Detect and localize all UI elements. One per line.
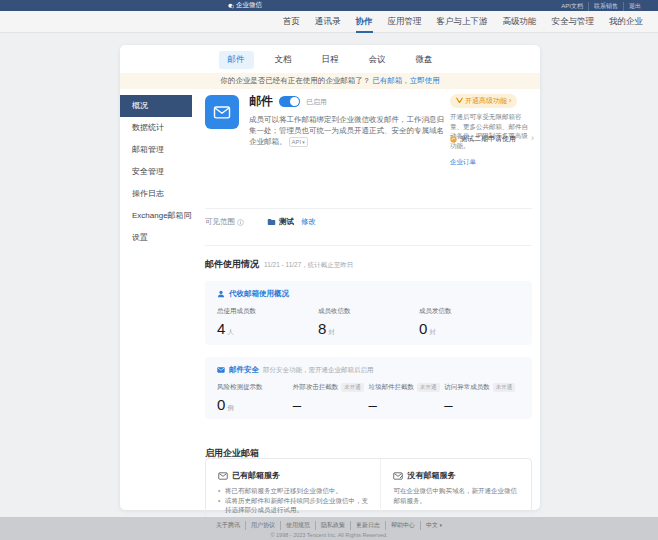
no-service-desc: 可在企业微信中购买域名，新开通企业微信邮箱服务。 [393, 486, 519, 505]
contact-sales-link[interactable]: 联系销售 [588, 2, 623, 11]
edit-visible-range-link[interactable]: 修改 [301, 217, 316, 227]
main-panel: 邮件 已启用 成员可以将工作邮箱绑定到企业微信收发邮件，工作消息归集一处；管理员… [205, 93, 532, 157]
beta-badge-icon [450, 136, 457, 143]
language-selector[interactable]: 中文 [420, 521, 447, 530]
beta-apply-link[interactable]: 测试二期申请使用 [450, 134, 516, 144]
nav-item-my-company[interactable]: 我的企业 [609, 11, 643, 33]
visible-range-row: 可见范围 测试 修改 [205, 217, 316, 227]
nav-item-collaboration[interactable]: 协作 [356, 11, 373, 33]
tab-docs[interactable]: 文档 [266, 51, 301, 69]
chevron-right-icon[interactable]: › [531, 133, 534, 143]
nav-item-security[interactable]: 安全与管理 [552, 11, 595, 33]
mail-security-header: 邮件安全 [229, 365, 259, 375]
collab-tabs: 邮件 文档 日程 会议 微盘 [120, 51, 540, 69]
info-icon[interactable] [237, 219, 244, 226]
content-card: 邮件 文档 日程 会议 微盘 你的企业是否已经有正在使用的企业邮箱了？ 已有邮箱… [120, 45, 540, 510]
enterprise-order-link[interactable]: 企业订单 [450, 158, 476, 165]
nav-item-customers[interactable]: 客户与上下游 [437, 11, 488, 33]
sidebar-item-statistics[interactable]: 数据统计 [120, 117, 192, 139]
mail-header: 邮件 已启用 成员可以将工作邮箱绑定到企业微信收发邮件，工作消息归集一处；管理员… [205, 93, 532, 157]
copyright-text: © 1998 - 2023 Tencent Inc. All Rights Re… [0, 532, 658, 538]
not-activated-badge: 未开通 [493, 383, 516, 392]
divider [205, 208, 532, 209]
premium-promo: 开通高级功能 开通后可享受无限邮箱容量、更多公共邮箱、邮件自动备份、IP限制等多… [450, 90, 532, 168]
premium-promo-desc: 开通后可享受无限邮箱容量、更多公共邮箱、邮件自动备份、IP限制等多项高级功能。 [450, 112, 532, 150]
notice-text: 你的企业是否已经有正在使用的企业邮箱了？ [220, 76, 370, 85]
mail-security-icon [217, 366, 225, 374]
footer-changelog-link[interactable]: 更新日志 [350, 521, 385, 530]
use-existing-mailbox-link[interactable]: 已有邮箱，立即使用 [372, 76, 440, 85]
tab-drive[interactable]: 微盘 [407, 51, 442, 69]
not-activated-badge: 未开通 [341, 383, 364, 392]
mailbox-usage-panel: 代收邮箱使用概况 总使用成员数 4人 成员收信数 8封 成员发信数 0封 [205, 281, 532, 345]
tab-meeting[interactable]: 会议 [360, 51, 395, 69]
page-title: 邮件 [249, 93, 273, 110]
stat-risk-alerts: 风险检测提示数 0例 [217, 383, 293, 413]
wechat-work-logo-icon [228, 3, 234, 9]
mail-app-icon [205, 95, 239, 129]
stat-total-members: 总使用成员数 4人 [217, 307, 318, 337]
sidebar-item-overview[interactable]: 概况 [120, 95, 192, 117]
mail-enabled-toggle[interactable] [279, 96, 300, 107]
footer-help-link[interactable]: 帮助中心 [385, 521, 420, 530]
main-nav: 首页 通讯录 协作 应用管理 客户与上下游 高级功能 安全与管理 我的企业 [0, 11, 658, 33]
nav-item-contacts[interactable]: 通讯录 [315, 11, 341, 33]
brand-logo[interactable]: 企业微信 [228, 1, 262, 10]
has-service-bullet: 或将历史邮件和新邮件持续同步到企业微信中，支持选择部分成员进行试用。 [218, 496, 368, 515]
notice-bar: 你的企业是否已经有正在使用的企业邮箱了？ 已有邮箱，立即使用 [120, 73, 540, 89]
nav-item-apps[interactable]: 应用管理 [388, 11, 422, 33]
footer-about-link[interactable]: 关于腾讯 [211, 521, 245, 530]
stat-mails-sent: 成员发信数 0封 [419, 307, 520, 337]
mail-security-panel: 邮件安全 部分安全功能，需开通企业邮箱后启用 风险检测提示数 0例 外部攻击拦截… [205, 357, 532, 419]
stat-mails-received: 成员收信数 8封 [318, 307, 419, 337]
member-icon [217, 290, 225, 298]
envelope-new-icon [393, 472, 403, 480]
stat-abnormal-access-members: 访问异常成员数未开通 – [444, 383, 520, 413]
api-dropdown-tag[interactable]: API [289, 137, 308, 147]
has-service-header: 已有邮箱服务 [232, 470, 280, 481]
footer-privacy-link[interactable]: 隐私政策 [315, 521, 350, 530]
nav-item-advanced[interactable]: 高级功能 [503, 11, 537, 33]
api-docs-link[interactable]: API文档 [556, 2, 588, 11]
tab-mail[interactable]: 邮件 [219, 51, 254, 69]
stat-spam-blocked: 垃圾邮件拦截数未开通 – [369, 383, 445, 413]
stat-external-attacks-blocked: 外部攻击拦截数未开通 – [293, 383, 369, 413]
usage-section-title: 邮件使用情况 11/21 - 11/27，统计截止至昨日 [205, 258, 353, 271]
envelope-icon [218, 472, 228, 480]
vip-icon [456, 97, 463, 104]
top-bar: 企业微信 API文档 联系销售 退出 [0, 0, 658, 11]
mail-description: 成员可以将工作邮箱绑定到企业微信收发邮件，工作消息归集一处；管理员也可统一为成员… [249, 114, 445, 147]
usage-period: 11/21 - 11/27，统计截止至昨日 [264, 261, 353, 270]
nav-item-home[interactable]: 首页 [283, 11, 300, 33]
divider [205, 245, 532, 246]
brand-name: 企业微信 [236, 1, 262, 10]
visible-range-label: 可见范围 [205, 217, 235, 227]
page-footer: 关于腾讯 用户协议 使用规范 隐私政策 更新日志 帮助中心 中文 © 1998 … [0, 517, 658, 540]
has-service-bullet: 将已有邮箱服务立即迁移到企业微信中。 [218, 486, 368, 496]
upgrade-premium-button[interactable]: 开通高级功能 [450, 94, 517, 108]
logout-link[interactable]: 退出 [623, 2, 646, 11]
folder-icon [267, 218, 276, 226]
footer-usage-policy-link[interactable]: 使用规范 [280, 521, 315, 530]
footer-agreement-link[interactable]: 用户协议 [245, 521, 280, 530]
no-service-header: 没有邮箱服务 [407, 470, 455, 481]
sidebar: 概况 数据统计 邮箱管理 安全管理 操作日志 Exchange邮箱同步 设置 [120, 95, 192, 249]
sidebar-item-exchange-sync[interactable]: Exchange邮箱同步 [120, 205, 192, 227]
topbar-links: API文档 联系销售 退出 [556, 2, 646, 11]
mail-security-note: 部分安全功能，需开通企业邮箱后启用 [263, 366, 374, 375]
visible-range-scope: 测试 [279, 217, 294, 227]
tab-schedule[interactable]: 日程 [313, 51, 348, 69]
enabled-status-label: 已启用 [306, 97, 327, 107]
mailbox-usage-header: 代收邮箱使用概况 [229, 289, 289, 299]
not-activated-badge: 未开通 [417, 383, 440, 392]
sidebar-item-mailbox-management[interactable]: 邮箱管理 [120, 139, 192, 161]
sidebar-item-operation-log[interactable]: 操作日志 [120, 183, 192, 205]
sidebar-item-settings[interactable]: 设置 [120, 227, 192, 249]
sidebar-item-security-management[interactable]: 安全管理 [120, 161, 192, 183]
